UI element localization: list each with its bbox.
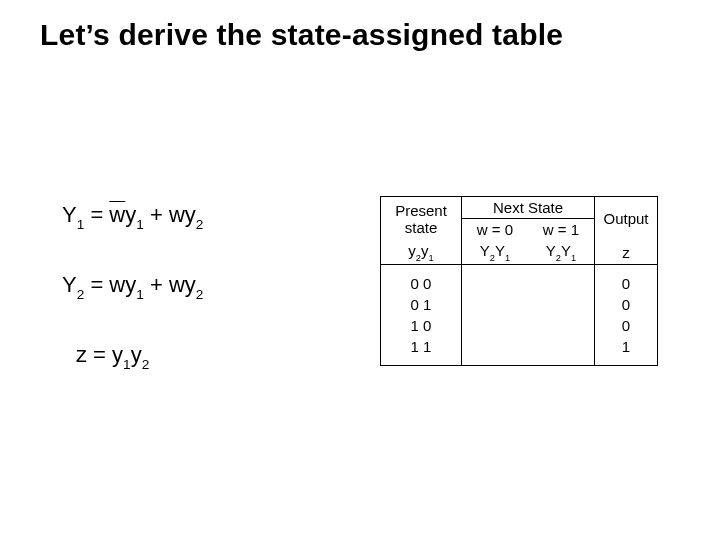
spacer-row <box>381 265 658 274</box>
header-w1: w = 1 <box>528 219 595 241</box>
state-table: Present state Next State Output w = 0 w … <box>380 196 658 366</box>
cell-z-1: 0 <box>595 294 658 315</box>
subheader-Y2Y1-w0: Y2Y1 <box>462 240 529 265</box>
table-row: 1 0 0 <box>381 315 658 336</box>
eq1-y-a: y <box>125 202 136 227</box>
eq2-w-a: w <box>109 272 125 297</box>
eq2-y-b-sub: 2 <box>196 287 204 302</box>
sub-Y-a0: Y <box>480 242 490 259</box>
eq1-y-b-sub: 2 <box>196 217 204 232</box>
header-present-state-line1: Present <box>395 202 447 219</box>
equation-y2: Y2 = wy1 + wy2 <box>62 274 203 300</box>
eq3-y-a-sub: 1 <box>123 357 131 372</box>
page-title: Let’s derive the state-assigned table <box>40 18 563 52</box>
eq3-y-b-sub: 2 <box>142 357 150 372</box>
sub-Y-b0: Y <box>495 242 505 259</box>
cell-ps-0: 0 0 <box>381 273 462 294</box>
eq2-plus: + <box>144 272 169 297</box>
cell-ps-3: 1 1 <box>381 336 462 357</box>
header-present-state: Present state <box>381 197 462 241</box>
equations-block: Y1 = wy1 + wy2 Y2 = wy1 + wy2 z = y1y2 <box>62 204 203 414</box>
sub-y-a-sub: 2 <box>416 253 421 263</box>
spacer-row-bottom <box>381 357 658 366</box>
eq1-plus: + <box>144 202 169 227</box>
eq3-equals: = <box>87 342 112 367</box>
eq2-y-a: y <box>125 272 136 297</box>
header-present-state-line2: state <box>405 219 438 236</box>
subheader-z: z <box>595 240 658 265</box>
equation-y1: Y1 = wy1 + wy2 <box>62 204 203 230</box>
slide: Let’s derive the state-assigned table Y1… <box>0 0 720 540</box>
eq2-lhs-sub: 2 <box>77 287 85 302</box>
cell-ps-2: 1 0 <box>381 315 462 336</box>
table-header-row-1: Present state Next State Output <box>381 197 658 219</box>
sub-y-b-sub: 1 <box>429 253 434 263</box>
sub-Y-b1-sub: 1 <box>571 253 576 263</box>
cell-w1-2 <box>528 315 595 336</box>
sub-Y-a1-sub: 2 <box>556 253 561 263</box>
equation-z: z = y1y2 <box>76 344 203 370</box>
eq2-equals: = <box>84 272 109 297</box>
state-assigned-table: Present state Next State Output w = 0 w … <box>380 196 658 366</box>
cell-w0-1 <box>462 294 529 315</box>
eq1-wbar: w <box>109 202 125 227</box>
eq1-equals: = <box>84 202 109 227</box>
eq1-y-a-sub: 1 <box>136 217 144 232</box>
sub-y-b: y <box>421 242 429 259</box>
eq3-lhs: z <box>76 342 87 367</box>
cell-z-2: 0 <box>595 315 658 336</box>
header-output: Output <box>595 197 658 241</box>
cell-z-0: 0 <box>595 273 658 294</box>
eq3-y-b: y <box>131 342 142 367</box>
sub-Y-a1: Y <box>546 242 556 259</box>
cell-z-3: 1 <box>595 336 658 357</box>
header-next-state: Next State <box>462 197 595 219</box>
eq1-lhs-var: Y <box>62 202 77 227</box>
table-row: 0 1 0 <box>381 294 658 315</box>
sub-Y-a0-sub: 2 <box>490 253 495 263</box>
cell-w1-0 <box>528 273 595 294</box>
subheader-y2y1: y2y1 <box>381 240 462 265</box>
eq1-lhs-sub: 1 <box>77 217 85 232</box>
sub-y-a: y <box>408 242 416 259</box>
cell-w1-1 <box>528 294 595 315</box>
eq2-y-b: y <box>185 272 196 297</box>
eq2-w-b: w <box>169 272 185 297</box>
table-row: 0 0 0 <box>381 273 658 294</box>
eq3-y-a: y <box>112 342 123 367</box>
eq2-lhs-var: Y <box>62 272 77 297</box>
sub-Y-b0-sub: 1 <box>505 253 510 263</box>
table-subheader-row: y2y1 Y2Y1 Y2Y1 z <box>381 240 658 265</box>
cell-w1-3 <box>528 336 595 357</box>
table-row: 1 1 1 <box>381 336 658 357</box>
cell-ps-1: 0 1 <box>381 294 462 315</box>
eq2-y-a-sub: 1 <box>136 287 144 302</box>
subheader-Y2Y1-w1: Y2Y1 <box>528 240 595 265</box>
cell-w0-2 <box>462 315 529 336</box>
cell-w0-3 <box>462 336 529 357</box>
eq1-w: w <box>169 202 185 227</box>
sub-Y-b1: Y <box>561 242 571 259</box>
header-w0: w = 0 <box>462 219 529 241</box>
eq1-y-b: y <box>185 202 196 227</box>
cell-w0-0 <box>462 273 529 294</box>
